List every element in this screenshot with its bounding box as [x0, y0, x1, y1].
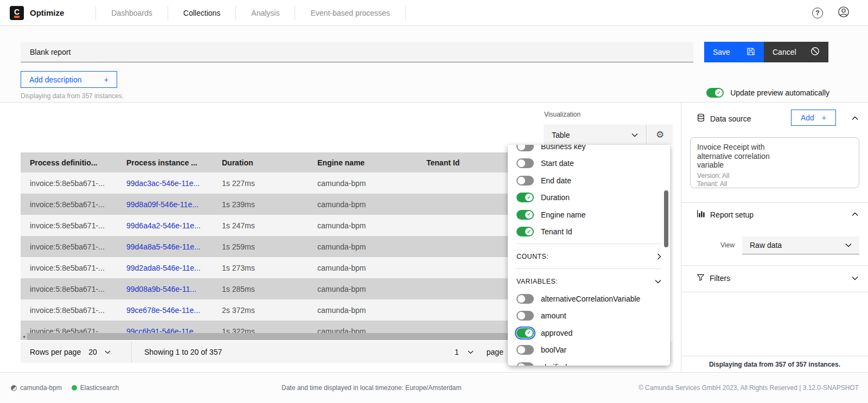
cell-engine-name: camunda-bpm [308, 221, 417, 230]
cell-process-instance-link[interactable]: 99cc6b91-546e-11e... [117, 327, 213, 334]
panel-scrollbar-thumb[interactable] [664, 190, 668, 247]
column-header-tenant-id[interactable]: Tenant Id [417, 158, 508, 167]
cell-process-definition: invoice:5:8e5ba671-... [21, 306, 117, 315]
toggle-on-focused-icon[interactable] [516, 328, 534, 338]
page-number-value[interactable]: 1 [455, 348, 459, 356]
table-horizontal-scrollbar[interactable]: ◄ [21, 333, 508, 340]
cell-process-instance-link[interactable]: 99d2ada8-546e-11e... [117, 264, 213, 272]
cell-process-definition: invoice:5:8e5ba671-... [21, 327, 117, 334]
toggle-off-icon[interactable] [516, 158, 534, 168]
toggle-off-icon[interactable] [516, 145, 534, 151]
toggle-off-icon[interactable] [516, 345, 534, 355]
collapse-report-setup-chevron-up-icon[interactable] [852, 212, 858, 216]
counts-section-toggle[interactable]: COUNTS: [516, 247, 661, 265]
column-toggle-start-date[interactable]: Start date [516, 155, 661, 172]
page-select-control: 1 page [455, 341, 503, 363]
toggle-off-icon[interactable] [516, 294, 534, 304]
tab-analysis[interactable]: Analysis [236, 9, 295, 17]
view-label: View [720, 241, 735, 249]
visualization-value: Table [552, 131, 570, 139]
cell-duration: 1s 247ms [213, 221, 308, 230]
variables-label: VARIABLES: [516, 278, 558, 285]
cancel-button[interactable]: Cancel [764, 42, 828, 62]
panel-divider [516, 244, 661, 244]
column-toggle-engine-name[interactable]: Engine name [516, 206, 661, 223]
help-icon[interactable]: ? [812, 8, 823, 18]
visualization-select[interactable]: Table [544, 125, 647, 145]
chevron-down-icon[interactable] [468, 350, 474, 354]
raw-data-table: Process definitio... Process instance ..… [21, 152, 508, 333]
table-columns-settings-panel: Business key Start date End date Duratio… [508, 145, 670, 366]
user-icon[interactable] [838, 6, 850, 20]
variable-toggle-approved[interactable]: approved [516, 324, 661, 342]
nav-divider [405, 6, 406, 20]
view-select[interactable]: Raw data [742, 236, 859, 254]
tab-event-based-processes[interactable]: Event-based processes [295, 9, 405, 17]
connection-name: Elasticsearch [80, 384, 119, 392]
save-icon [746, 47, 755, 57]
toggle-label: alternativeCorrelationVariable [541, 295, 640, 303]
table-row: invoice:5:8e5ba671-... 99d8a09f-546e-11e… [21, 194, 508, 215]
column-toggle-end-date[interactable]: End date [516, 172, 661, 189]
expand-filters-chevron-down-icon[interactable] [852, 276, 858, 280]
database-icon [697, 113, 705, 124]
cell-process-instance-link[interactable]: 99dac3ac-546e-11e... [117, 179, 213, 188]
add-description-button[interactable]: Add description + [21, 71, 117, 88]
cell-process-instance-link[interactable]: 99d8a09f-546e-11e... [117, 200, 213, 209]
bar-chart-icon [697, 209, 705, 220]
columns-list: Business key Start date End date Duratio… [508, 145, 670, 366]
cell-process-definition: invoice:5:8e5ba671-... [21, 242, 117, 251]
report-setup-header: Report setup [697, 209, 754, 220]
variable-toggle-clarified[interactable]: clarified [516, 359, 661, 366]
report-name-input[interactable] [21, 42, 693, 62]
logo-accent-bar [14, 16, 20, 18]
variable-toggle-boolvar[interactable]: boolVar [516, 342, 661, 359]
cell-process-instance-link[interactable]: 99ce678e-546e-11e... [117, 306, 213, 315]
toggle-off-icon[interactable] [516, 362, 534, 366]
column-toggle-duration[interactable]: Duration [516, 189, 661, 207]
toggle-on-icon[interactable] [516, 193, 534, 202]
column-header-engine-name[interactable]: Engine name [308, 158, 417, 167]
toggle-off-icon[interactable] [516, 311, 534, 321]
column-toggle-tenant-id[interactable]: Tenant Id [516, 223, 661, 241]
cell-process-instance-link[interactable]: 99d08a9b-546e-11... [117, 285, 213, 293]
tab-collections[interactable]: Collections [168, 9, 235, 17]
scroll-left-arrow-icon[interactable]: ◄ [21, 333, 27, 340]
app-title: Optimize [30, 8, 64, 17]
scrollbar-thumb[interactable] [27, 333, 508, 340]
toggle-label: Engine name [541, 210, 586, 219]
table-settings-gear-button[interactable]: ⚙ [647, 125, 673, 145]
save-button[interactable]: Save [704, 42, 764, 62]
toggle-label: amount [541, 311, 566, 320]
camunda-logo-icon[interactable]: C [10, 6, 24, 20]
variable-toggle-alternative-correlation-variable[interactable]: alternativeCorrelationVariable [516, 290, 661, 308]
variable-toggle-amount[interactable]: amount [516, 308, 661, 325]
column-toggle-business-key[interactable]: Business key [516, 145, 661, 155]
tab-dashboards[interactable]: Dashboards [96, 9, 168, 17]
visualization-label: Visualization [544, 111, 580, 118]
column-header-process-definition[interactable]: Process definitio... [21, 158, 117, 167]
data-source-title: Data source [710, 114, 751, 123]
add-data-source-button[interactable]: Add + [791, 110, 836, 126]
filters-header: Filters [697, 273, 730, 283]
variables-section-toggle[interactable]: VARIABLES: [516, 272, 661, 290]
cancel-icon [810, 47, 820, 57]
rows-per-page-value[interactable]: 20 [88, 348, 97, 356]
collapse-data-source-chevron-up-icon[interactable] [852, 116, 858, 120]
column-header-process-instance[interactable]: Process instance ... [117, 158, 213, 167]
add-description-label: Add description [29, 75, 82, 84]
auto-preview-toggle[interactable] [706, 88, 724, 98]
toggle-knob [518, 363, 525, 366]
chevron-down-icon[interactable] [105, 350, 111, 354]
toggle-on-icon[interactable] [516, 227, 534, 236]
toggle-off-icon[interactable] [516, 176, 534, 185]
toggle-label: Start date [541, 159, 574, 168]
toggle-label: boolVar [541, 346, 566, 354]
data-source-card[interactable]: Invoice Receipt with alternative correla… [690, 137, 859, 188]
toggle-on-icon[interactable] [516, 210, 534, 220]
cell-process-instance-link[interactable]: 99d4a8a5-546e-11e... [117, 242, 213, 251]
top-navigation-bar: C Optimize Dashboards Collections Analys… [0, 0, 868, 26]
column-header-duration[interactable]: Duration [213, 158, 308, 167]
auto-preview-label: Update preview automatically [730, 88, 829, 97]
cell-process-instance-link[interactable]: 99d6a4a2-546e-11e... [117, 221, 213, 230]
